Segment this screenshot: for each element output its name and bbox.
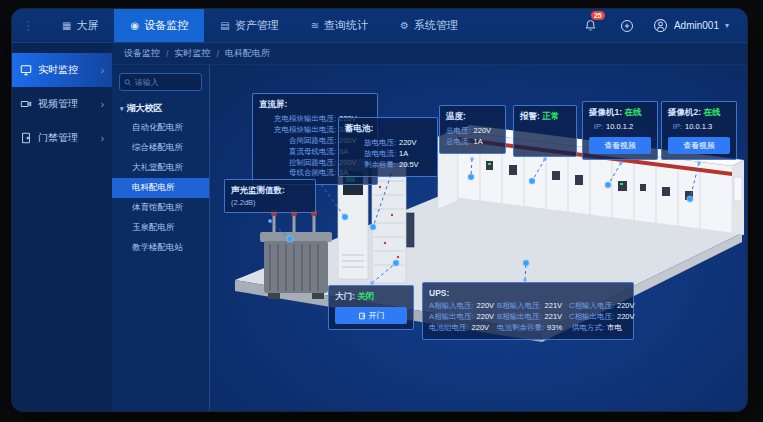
metric-value: 市电 [607, 323, 631, 334]
breadcrumb-separator: / [166, 49, 169, 59]
app-window: ⋮ ▦ 大屏 ◉ 设备监控 ▤ 资产管理 ≋ 查询统计 ⚙ 系统管理 [11, 8, 748, 412]
breadcrumb-part[interactable]: 设备监控 [124, 47, 160, 60]
ip-label: IP: [668, 122, 682, 133]
metric-label: 充电模块输出电压: [259, 114, 336, 125]
breadcrumb-part[interactable]: 实时监控 [175, 47, 211, 60]
door-open-icon [358, 312, 366, 320]
temperature-panel: 温度: 总电压:220V 总电流:1A [439, 105, 506, 154]
sidebar-item-realtime-monitoring[interactable]: 实时监控 › [12, 53, 112, 87]
breadcrumb-separator: / [217, 49, 220, 59]
metric-label: 放电电压: [345, 138, 396, 149]
tree-item[interactable]: 综合楼配电所 [112, 138, 209, 158]
camera2-panel: 摄像机2: 在线 IP:10.0.1.3 查看视频 [661, 101, 737, 160]
metric-value: 220V [399, 138, 431, 149]
user-menu[interactable]: Admin001 ▾ [653, 18, 729, 33]
metric-value: 220V [477, 312, 495, 323]
view-video-button[interactable]: 查看视频 [668, 137, 730, 154]
sound-value: (2.2dB) [231, 198, 309, 207]
open-door-label: 开门 [369, 310, 385, 321]
top-nav: ⋮ ▦ 大屏 ◉ 设备监控 ▤ 资产管理 ≋ 查询统计 ⚙ 系统管理 [12, 9, 747, 43]
panel-title: 摄像机1: 在线 [589, 107, 651, 119]
tree-item[interactable]: 玉泉配电所 [112, 218, 209, 238]
door-status: 关闭 [357, 291, 374, 301]
sidebar-item-label: 门禁管理 [38, 131, 78, 145]
panel-title: 报警: 正常 [520, 111, 570, 123]
metric-label: 放电电流: [345, 149, 396, 160]
metric-label: 直流母线电流: [259, 147, 336, 158]
tab-label: 大屏 [76, 18, 98, 33]
breadcrumb-part: 电科配电所 [225, 47, 270, 60]
metric-label: 总电压: [446, 126, 471, 137]
metric-label: A相输入电压: [429, 301, 474, 312]
menu-dots-icon[interactable]: ⋮ [12, 9, 46, 42]
tab-device-monitoring[interactable]: ◉ 设备监控 [114, 9, 204, 42]
metric-label: C相输入电压: [569, 301, 614, 312]
door-title: 大门: [335, 291, 355, 301]
sidebar-item-video-management[interactable]: 视频管理 › [12, 87, 112, 121]
metric-label: 电池剩余容量: [497, 323, 544, 334]
metric-label: 电池组电压: [429, 323, 469, 334]
metric-value: 93% [547, 323, 567, 334]
ups-panel: UPS: A相输入电压:220V B相输入电压:221V C相输入电压:220V… [422, 282, 634, 340]
alarm-title: 报警: [520, 111, 540, 121]
alarm-status: 正常 [542, 111, 559, 121]
sidebar-item-access-control[interactable]: 门禁管理 › [12, 121, 112, 155]
metric-value: 220V [477, 301, 495, 312]
battery-panel: 蓄电池: 放电电压:220V 放电电流:1A 剩余容量:20.5V [338, 117, 438, 177]
tree-item[interactable]: 教学楼配电站 [112, 238, 209, 258]
metric-label: 总电流: [446, 137, 471, 148]
tree-collapse-icon: ▾ [120, 105, 124, 113]
tree-item[interactable]: 大礼堂配电所 [112, 158, 209, 178]
panel-title: 蓄电池: [345, 123, 431, 135]
ip-value: 10.0.1.2 [606, 122, 633, 133]
camera-icon [20, 98, 32, 110]
tree-search[interactable] [119, 73, 202, 91]
gear-icon: ⚙ [400, 20, 409, 31]
open-door-button[interactable]: 开门 [335, 307, 407, 324]
panel-title: 声光监测值数: [231, 185, 309, 197]
tab-system-management[interactable]: ⚙ 系统管理 [384, 9, 474, 42]
asset-icon: ▤ [220, 20, 229, 31]
notification-bell-icon[interactable]: 25 [581, 16, 601, 36]
door-panel: 大门: 关闭 开门 [328, 285, 414, 330]
metric-label: A相输出电压: [429, 312, 474, 323]
search-input[interactable] [135, 78, 197, 87]
camera1-panel: 摄像机1: 在线 IP:10.0.1.2 查看视频 [582, 101, 658, 160]
tab-query-statistics[interactable]: ≋ 查询统计 [295, 9, 384, 42]
alarm-panel: 报警: 正常 [513, 105, 577, 157]
sidebar: 实时监控 › 视频管理 › 门禁管理 › [12, 43, 112, 411]
chevron-right-icon: › [101, 133, 104, 144]
sidebar-item-label: 视频管理 [38, 97, 78, 111]
tree-item[interactable]: 体育馆配电所 [112, 198, 209, 218]
tab-asset-management[interactable]: ▤ 资产管理 [204, 9, 294, 42]
tree-item-selected[interactable]: 电科配电所 [112, 178, 209, 198]
camera1-title: 摄像机1: [589, 107, 622, 117]
station-tree-panel: ▾ 湖大校区 自动化配电所 综合楼配电所 大礼堂配电所 电科配电所 体育馆配电所… [112, 65, 210, 411]
camera1-status: 在线 [624, 107, 641, 117]
metric-value: 220V [617, 301, 635, 312]
metric-value: 1A [399, 149, 431, 160]
nav-right: 25 Admin001 ▾ [581, 9, 747, 42]
monitor-icon: ◉ [130, 20, 139, 31]
panel-title: 摄像机2: 在线 [668, 107, 730, 119]
tab-dashboard[interactable]: ▦ 大屏 [46, 9, 114, 42]
metric-label: B相输出电压: [497, 312, 542, 323]
ip-value: 10.0.1.3 [685, 122, 712, 133]
view-video-button[interactable]: 查看视频 [589, 137, 651, 154]
tab-label: 系统管理 [414, 18, 458, 33]
metric-value: 220V [617, 312, 635, 323]
metric-label: 合闸回路电压: [259, 136, 336, 147]
metric-label: 充电模块输出电流: [259, 125, 336, 136]
substation-3d-view: 直流屏: 充电模块输出电压:220V 充电模块输出电流:3A 合闸回路电压:20… [210, 65, 747, 411]
tab-label: 设备监控 [144, 18, 188, 33]
search-icon [124, 78, 132, 87]
metric-label: C相输出电压: [569, 312, 614, 323]
monitor-grid-icon [20, 64, 32, 76]
nav-tabs: ▦ 大屏 ◉ 设备监控 ▤ 资产管理 ≋ 查询统计 ⚙ 系统管理 [46, 9, 474, 42]
camera2-title: 摄像机2: [668, 107, 701, 117]
screen-icon: ▦ [62, 20, 71, 31]
tree-item[interactable]: 自动化配电所 [112, 118, 209, 138]
fullscreen-icon[interactable] [617, 16, 637, 36]
ups-metrics: A相输入电压:220V B相输入电压:221V C相输入电压:220V A相输出… [429, 301, 627, 334]
tree-root-node[interactable]: ▾ 湖大校区 [112, 99, 209, 118]
